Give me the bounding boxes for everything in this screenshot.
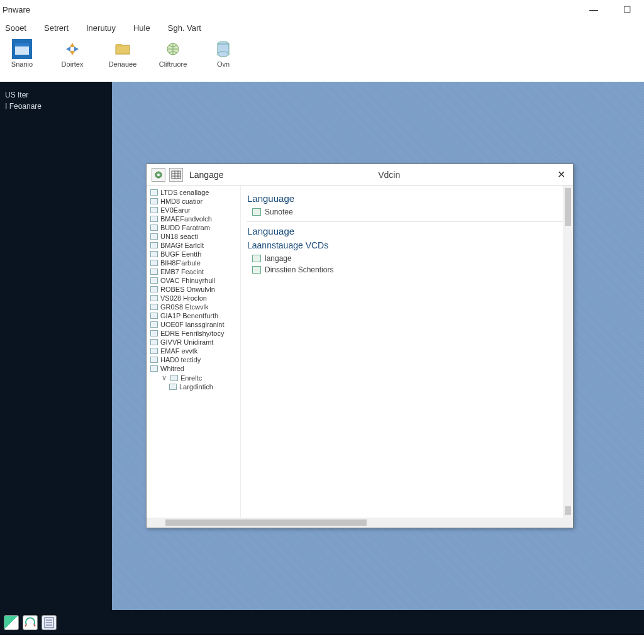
menubar: Sooet Setrert Inerutuy Hule Sgh. Vart [0,19,644,36]
tree-node-11[interactable]: ROBES Onwulvln [150,285,239,294]
tree-node-4[interactable]: BUDD Faratram [150,223,239,232]
window-title: Pnware [3,5,30,14]
tree-node-3[interactable]: BMAEFandvolch [150,214,239,223]
inner-window: Langage Vdcin ✕ LTDS cenallageHMD8 cuati… [146,164,574,528]
tree-item-icon [150,304,158,310]
tree-item-label: BMAEFandvolch [160,215,212,223]
horizontal-scrollbar[interactable] [147,518,573,528]
section-heading-2: Languuage [247,226,567,236]
vertical-scrollbar[interactable] [563,186,573,518]
database-icon [213,39,233,59]
svg-rect-1 [15,43,29,47]
tree-node-13[interactable]: GR0S8 Etcwvlk [150,303,239,311]
tree-node-1[interactable]: HMD8 cuatior [150,197,239,206]
scrollbar-thumb[interactable] [165,519,367,526]
main-area: US Iter I Feoanare Langage Vdcin ✕ [0,82,644,610]
tree-node-18[interactable]: EMAF evvtk [150,347,239,355]
content-row-3[interactable]: Dinsstien Schentiors [247,264,567,275]
tree-node-19[interactable]: HAD0 tectidy [150,355,239,364]
tree-node-7[interactable]: BUGF Eentth [150,250,239,258]
tree-node-22[interactable]: Largdintich [150,382,239,391]
inner-window-title: Langage [189,170,224,180]
tree-item-label: Largdintich [179,383,213,391]
ribbon-item-4[interactable]: Ovn [205,39,242,68]
tree-pane: LTDS cenallageHMD8 cuatiorEV0EarurBMAEFa… [147,186,241,518]
tree-item-label: EDRE Fenrilshy/tocy [160,330,224,337]
tree-node-10[interactable]: OVAC Fhinuyrhull [150,276,239,285]
svg-rect-7 [116,45,130,54]
window-icon [12,39,32,59]
tree-node-12[interactable]: VS028 Hroclon [150,294,239,303]
list-item-icon [252,266,261,274]
tree-node-15[interactable]: UOE0F lanssgiranint [150,320,239,329]
svg-marker-5 [66,47,70,52]
tree-node-17[interactable]: GIVVR Unidiramt [150,338,239,347]
svg-marker-3 [70,43,75,47]
menu-item-2[interactable]: Inerutuy [86,23,116,33]
menu-item-3[interactable]: Hule [133,23,150,33]
svg-marker-6 [74,47,79,52]
arrows-icon [62,39,82,59]
ribbon-item-2[interactable]: Denauee [104,39,141,68]
tree-item-label: HMD8 cuatior [160,197,203,205]
section-heading-1: Languuage [247,193,567,204]
tree-item-icon [169,384,177,390]
minimize-button[interactable]: — [589,4,598,14]
ribbon-item-3[interactable]: Cliftruore [155,39,191,68]
leftpane-line2: I Feoanare [5,102,107,111]
tree-item-label: HAD0 tectidy [160,356,201,364]
tree-node-21[interactable]: ∨Enreltc [150,373,239,382]
content-row-1[interactable]: Sunotee [247,206,567,218]
ribbon-label-3: Cliftruore [159,60,187,68]
task-icon-3[interactable] [42,615,57,630]
tree-node-6[interactable]: BMAGf Earlclt [150,241,239,250]
tree-item-icon [150,251,158,257]
tree-node-16[interactable]: EDRE Fenrilshy/tocy [150,329,239,338]
ribbon-label-1: Doirtex [62,60,84,68]
tree-item-icon [150,321,158,328]
svg-rect-2 [15,47,29,55]
tree-expander-icon[interactable]: ∨ [162,374,168,382]
close-icon[interactable]: ✕ [555,169,568,180]
content-row-2[interactable]: langage [247,253,567,264]
svg-point-12 [218,52,229,57]
tree-item-label: BIH8F'arbule [160,259,201,267]
tree-node-2[interactable]: EV0Earur [150,206,239,214]
tree-item-icon [150,330,158,336]
tree-node-0[interactable]: LTDS cenallage [150,188,239,197]
tree-item-label: EMAF evvtk [160,347,197,355]
tree-item-icon [150,313,158,319]
tree-item-icon [150,286,158,292]
tree-item-icon [150,295,158,301]
tree-item-icon [150,339,158,345]
ribbon-item-1[interactable]: Doirtex [54,39,91,68]
titlebar: Pnware — ☐ [0,0,644,19]
tree-item-icon [150,225,158,231]
grid-icon[interactable] [169,168,183,182]
tree-node-5[interactable]: UN18 seacti [150,232,239,241]
leftpane-line1: US Iter [5,91,107,99]
menu-item-4[interactable]: Sgh. Vart [168,23,201,33]
tree-item-icon [150,357,158,363]
svg-rect-8 [116,44,122,47]
inner-window-body: LTDS cenallageHMD8 cuatiorEV0EarurBMAEFa… [147,186,573,518]
menu-item-0[interactable]: Sooet [5,23,26,33]
tree-node-9[interactable]: EMB7 Feacint [150,267,239,276]
gear-icon[interactable] [152,168,165,182]
menu-item-1[interactable]: Setrert [44,23,69,33]
content-pane: Languuage Sunotee Languuage Laannstauage… [241,186,573,518]
list-item-icon [252,208,261,216]
task-icon-2[interactable] [23,615,38,630]
maximize-button[interactable]: ☐ [623,4,631,14]
tree-item-icon [150,198,158,204]
tree-item-icon [150,207,158,213]
tree-node-14[interactable]: GIA1P Benentfurth [150,311,239,320]
tree-item-label: UOE0F lanssgiranint [160,321,225,328]
task-icon-1[interactable] [4,615,19,630]
tree-node-8[interactable]: BIH8F'arbule [150,258,239,267]
tree-item-label: UN18 seacti [160,233,198,240]
tree-node-20[interactable]: Whitred [150,364,239,373]
ribbon-item-0[interactable]: Snanio [4,39,40,68]
content-row-3-label: Dinsstien Schentiors [265,265,333,274]
tree-item-label: BUGF Eentth [160,250,201,258]
